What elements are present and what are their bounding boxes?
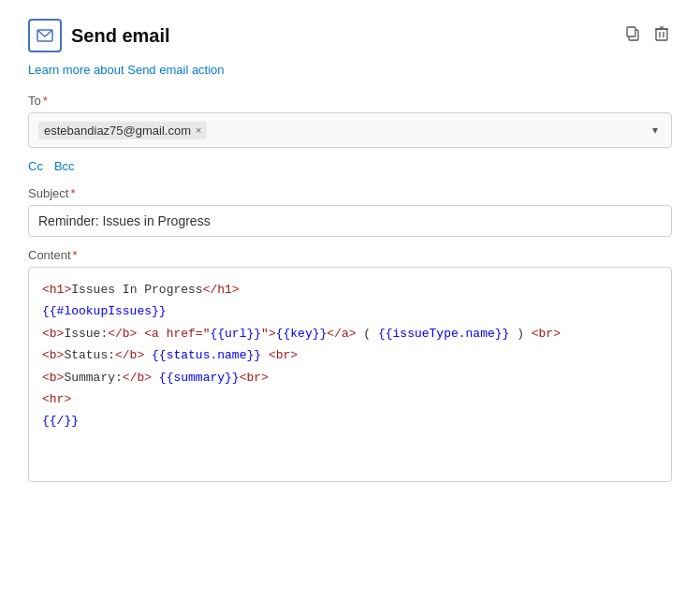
to-field-inner: estebandiaz75@gmail.com × <box>38 122 649 139</box>
to-dropdown-arrow[interactable]: ▾ <box>649 124 662 137</box>
subject-label: Subject * <box>28 186 672 200</box>
learn-more-link[interactable]: Learn more about Send email action <box>28 63 225 77</box>
email-tag-text: estebandiaz75@gmail.com <box>44 124 191 138</box>
copy-button[interactable] <box>621 24 644 47</box>
page-title: Send email <box>71 25 612 47</box>
subject-required-star: * <box>70 186 75 200</box>
to-field-wrapper[interactable]: estebandiaz75@gmail.com × ▾ <box>28 112 672 148</box>
content-field-section: Content * <h1>Issues In Progress</h1>{{#… <box>28 248 672 482</box>
svg-rect-2 <box>627 27 635 37</box>
to-field-section: To * estebandiaz75@gmail.com × ▾ <box>28 94 672 148</box>
page-header: Send email <box>28 19 672 52</box>
svg-rect-3 <box>656 29 667 40</box>
content-required-star: * <box>73 248 78 262</box>
subject-field-section: Subject * <box>28 186 672 237</box>
delete-button[interactable] <box>651 24 672 47</box>
to-required-star: * <box>43 94 48 108</box>
email-icon <box>28 19 62 52</box>
header-actions <box>621 24 672 47</box>
content-display[interactable]: <h1>Issues In Progress</h1>{{#lookupIssu… <box>28 267 672 482</box>
bcc-link[interactable]: Bcc <box>54 159 75 173</box>
email-tag: estebandiaz75@gmail.com × <box>38 122 207 139</box>
content-label: Content * <box>28 248 672 262</box>
cc-bcc-row: Cc Bcc <box>28 159 672 173</box>
email-tag-close[interactable]: × <box>196 125 201 136</box>
subject-input[interactable] <box>28 205 672 237</box>
cc-link[interactable]: Cc <box>28 159 43 173</box>
to-label: To * <box>28 94 672 108</box>
